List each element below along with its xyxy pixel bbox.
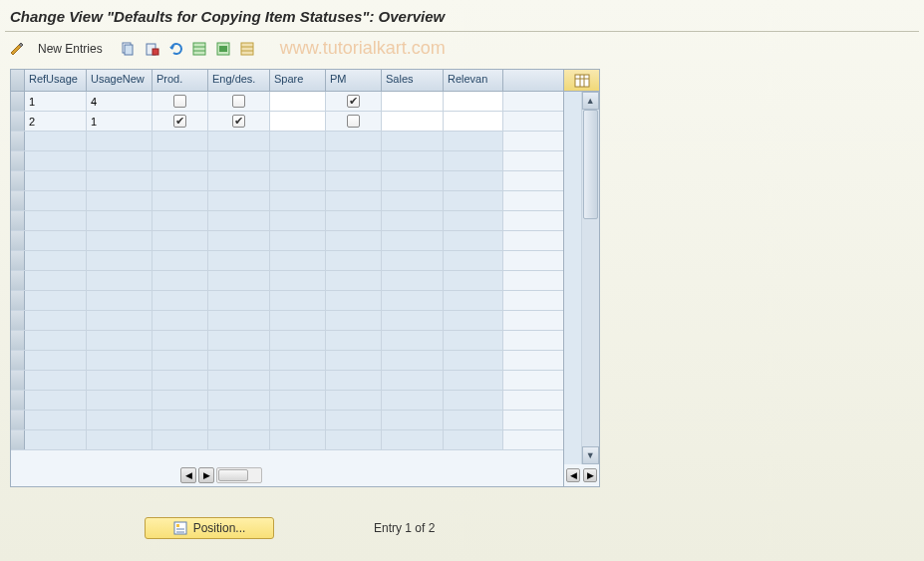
col-header-relevan[interactable]: Relevan <box>444 70 503 91</box>
row-selector[interactable] <box>11 291 25 310</box>
col-header-prod[interactable]: Prod. <box>153 70 208 91</box>
cell-spare[interactable] <box>270 112 326 131</box>
cell-sales[interactable] <box>382 92 444 111</box>
row-selector[interactable] <box>11 371 25 390</box>
delete-icon[interactable] <box>141 39 162 59</box>
svg-rect-4 <box>193 43 205 55</box>
select-all-rows[interactable] <box>11 70 25 91</box>
row-selector[interactable] <box>11 391 25 410</box>
empty-cell <box>87 151 153 170</box>
scroll-right-far-button[interactable]: ▶ <box>583 468 597 482</box>
empty-cell <box>270 331 326 350</box>
copy-icon[interactable] <box>117 39 139 59</box>
empty-cell <box>87 430 153 449</box>
table-row <box>11 351 563 371</box>
footer: Position... Entry 1 of 2 <box>0 517 924 539</box>
scroll-left-button[interactable]: ◀ <box>180 467 196 483</box>
row-selector[interactable] <box>11 132 25 150</box>
sales-input[interactable] <box>382 112 443 131</box>
row-selector[interactable] <box>11 191 25 210</box>
table-header-row: RefUsage UsageNew Prod. Eng/des. Spare P… <box>11 70 563 92</box>
sales-input[interactable] <box>382 92 443 111</box>
undo-icon[interactable] <box>164 39 186 59</box>
empty-cell <box>326 151 382 170</box>
empty-cell <box>326 231 382 250</box>
cell-relevan[interactable] <box>444 92 503 111</box>
empty-cell <box>270 211 326 230</box>
svg-rect-3 <box>153 49 158 55</box>
relevan-input[interactable] <box>444 112 502 131</box>
empty-cell <box>326 351 382 370</box>
table-body: 14✔21✔✔ <box>11 92 563 464</box>
empty-cell <box>270 271 326 290</box>
row-selector[interactable] <box>11 112 25 131</box>
row-selector[interactable] <box>11 92 25 111</box>
spare-input[interactable] <box>270 92 325 111</box>
row-selector[interactable] <box>11 351 25 370</box>
new-entries-button[interactable]: New Entries <box>30 40 111 58</box>
empty-cell <box>87 271 153 290</box>
select-block-icon[interactable] <box>212 39 234 59</box>
scroll-left-far-button[interactable]: ◀ <box>566 468 580 482</box>
scroll-down-button[interactable]: ▼ <box>582 446 599 464</box>
empty-cell <box>25 371 87 390</box>
relevan-input[interactable] <box>444 92 502 111</box>
col-header-engdes[interactable]: Eng/des. <box>208 70 270 91</box>
empty-cell <box>270 351 326 370</box>
table-row <box>11 371 563 391</box>
row-selector[interactable] <box>11 151 25 170</box>
empty-cell <box>153 411 208 429</box>
hscroll-track[interactable] <box>216 467 262 483</box>
row-selector[interactable] <box>11 430 25 449</box>
prod-checkbox[interactable]: ✔ <box>173 115 186 128</box>
engdes-checkbox[interactable] <box>232 95 245 108</box>
row-selector[interactable] <box>11 311 25 330</box>
empty-cell <box>25 271 87 290</box>
pm-checkbox[interactable] <box>347 115 360 128</box>
toggle-edit-icon[interactable] <box>6 39 28 59</box>
spare-input[interactable] <box>270 112 325 131</box>
hscroll-thumb[interactable] <box>218 469 248 481</box>
row-selector[interactable] <box>11 211 25 230</box>
prod-checkbox[interactable] <box>173 95 186 108</box>
empty-cell <box>153 331 208 350</box>
table-row <box>11 291 563 311</box>
empty-cell <box>25 151 87 170</box>
title-separator <box>5 31 919 32</box>
col-header-sales[interactable]: Sales <box>382 70 444 91</box>
empty-cell <box>382 151 444 170</box>
row-selector[interactable] <box>11 231 25 250</box>
cell-spare[interactable] <box>270 92 326 111</box>
pm-checkbox[interactable]: ✔ <box>347 95 360 108</box>
vscroll-thumb[interactable] <box>583 110 598 219</box>
scroll-right-button[interactable]: ▶ <box>198 467 214 483</box>
empty-cell <box>208 411 270 429</box>
deselect-all-icon[interactable] <box>236 39 258 59</box>
empty-cell <box>326 251 382 270</box>
empty-cell <box>326 311 382 330</box>
cell-sales[interactable] <box>382 112 444 131</box>
empty-cell <box>87 171 153 190</box>
empty-cell <box>382 311 444 330</box>
empty-cell <box>208 171 270 190</box>
engdes-checkbox[interactable]: ✔ <box>232 115 245 128</box>
col-header-usagenew[interactable]: UsageNew <box>87 70 153 91</box>
col-header-pm[interactable]: PM <box>326 70 382 91</box>
vscroll-track[interactable] <box>582 110 599 446</box>
row-selector[interactable] <box>11 171 25 190</box>
row-selector[interactable] <box>11 251 25 270</box>
select-all-icon[interactable] <box>188 39 210 59</box>
cell-relevan[interactable] <box>444 112 503 131</box>
row-selector[interactable] <box>11 331 25 350</box>
empty-cell <box>326 132 382 150</box>
table-row <box>11 391 563 411</box>
empty-cell <box>25 211 87 230</box>
col-header-spare[interactable]: Spare <box>270 70 326 91</box>
table-settings-button[interactable] <box>564 70 599 92</box>
row-selector[interactable] <box>11 271 25 290</box>
col-header-refusage[interactable]: RefUsage <box>25 70 87 91</box>
row-selector[interactable] <box>11 411 25 429</box>
position-button[interactable]: Position... <box>145 517 274 539</box>
scroll-up-button[interactable]: ▲ <box>582 92 599 110</box>
svg-rect-1 <box>125 45 133 55</box>
